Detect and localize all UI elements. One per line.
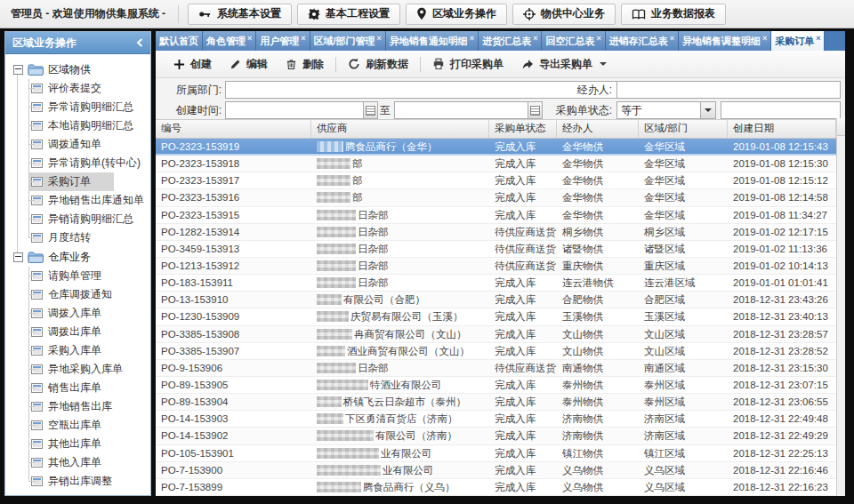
tab-close-icon[interactable]: × [670,34,674,43]
created-to-input[interactable] [395,102,528,118]
sidebar-item-异地销售出库通知单[interactable]: 异地销售出库通知单 [5,191,150,210]
table-row[interactable]: PO-2323-153916部完成入库金华物供金华区域2019-01-08 12… [156,189,845,206]
sidebar-item-inner: 采购订单 [29,172,114,191]
po-number-cell: PO-2323-153916 [156,189,311,205]
table-row[interactable]: PO-14-153903下区勇清百货店（济南）完成入库济南物供济南区域2018-… [156,411,845,428]
tree-group[interactable]: 仓库业务 [5,247,150,267]
calendar-icon[interactable] [363,102,377,118]
tab-异地销售通知明细[interactable]: 异地销售通知明细× [386,31,479,51]
tab-close-icon[interactable]: × [301,34,305,43]
table-row[interactable]: PO-3385-153907酒业商贸有限公司（文山）完成入库文山物供文山区域20… [156,343,845,360]
sidebar-item-采购入库单[interactable]: 采购入库单 [5,341,150,360]
tab-close-icon[interactable]: × [596,34,600,43]
redacted-text [317,227,356,237]
tab-close-icon[interactable]: × [247,34,252,43]
handler-input[interactable] [617,82,840,98]
sidebar-item-月度结转[interactable]: 月度结转 [5,228,150,247]
collapse-node-icon[interactable] [13,65,23,75]
sidebar-item-其他出库单[interactable]: 其他出库单 [5,435,150,453]
tab-close-icon[interactable]: × [762,34,767,43]
status-value-input[interactable] [721,102,840,118]
tab-异地销售调整明细[interactable]: 异地销售调整明细× [679,31,771,51]
collapse-sidebar-icon[interactable] [136,38,143,47]
sidebar-item-异常请购单(转中心)[interactable]: 异常请购单(转中心) [5,154,150,172]
sidebar-item-异地销售出库[interactable]: 异地销售出库 [5,397,150,416]
tab-采购订单[interactable]: 采购订单× [771,31,825,51]
table-row[interactable]: PO-105-153901业有限公司完成入库镇江物供镇江区域2018-12-31… [156,445,845,462]
chevron-down-icon[interactable] [700,102,715,118]
column-header-编号[interactable]: 编号 [156,120,311,138]
key-icon [198,10,212,19]
topnav-button[interactable]: 基本工程设置 [297,4,400,25]
sidebar-item-调拨入库单[interactable]: 调拨入库单 [5,304,150,323]
column-header-经办人[interactable]: 经办人 [557,120,639,138]
sidebar-item-其他入库单[interactable]: 其他入库单 [5,453,150,472]
sidebar-item-评价表提交[interactable]: 评价表提交 [5,79,150,98]
sidebar-item-采购订单[interactable]: 采购订单 [5,172,150,191]
tab-进销存汇总表[interactable]: 进销存汇总表× [606,31,679,51]
tab-区域/部门管理[interactable]: 区域/部门管理× [310,31,386,51]
column-header-创建日期[interactable]: 创建日期 [728,120,836,138]
table-row[interactable]: PO-2323-153915日杂部完成入库金华物供金华区域2019-01-08 … [156,207,845,224]
supplier-name: 特酒业有限公司 [370,377,442,393]
table-row[interactable]: PO-89-153904桥镇飞云日杂超市（泰州）完成入库泰州物供泰州区域2018… [156,394,845,411]
toolbar-button-删除[interactable]: 删除 [277,53,333,75]
tree-group[interactable]: 区域物供 [5,60,150,79]
table-row[interactable]: PO-2323-153918部完成入库金华物供金华区域2019-01-08 12… [156,156,845,172]
table-row[interactable]: PO-1213-153912日杂部待供应商送货重庆物供重庆区域2019-01-0… [156,258,845,275]
toolbar-button-导出采购单[interactable]: 导出采购单 [512,53,616,75]
table-row[interactable]: PO-13-153910有限公司（合肥）完成入库合肥物供合肥区域2018-12-… [156,292,845,308]
tab-默认首页[interactable]: 默认首页 [156,31,203,51]
sidebar-item-本地请购明细汇总[interactable]: 本地请购明细汇总 [5,116,150,135]
table-row[interactable]: PO-14-153902有限公司（济南）完成入库济南物供济南区域2018-12-… [156,428,845,444]
tab-回空汇总表[interactable]: 回空汇总表× [542,31,605,51]
table-row[interactable]: PO-3385-153908冉商贸有限公司（文山）完成入库文山物供文山区域201… [156,326,845,343]
table-row[interactable]: PO-183-153911日杂部完成入库连云港物供连云港区域2019-01-01… [156,275,845,292]
tab-角色管理[interactable]: 角色管理× [203,31,256,51]
redacted-text [317,141,343,152]
topnav-button[interactable]: 业务数据报表 [621,4,726,25]
sidebar-item-异销请购明细汇总[interactable]: 异销请购明细汇总 [5,210,150,228]
folder-icon [28,63,44,76]
table-row[interactable]: PO-7-153900业有限公司完成入库义乌物供义乌区域2018-12-31 2… [156,462,845,479]
sidebar-item-销售出库单[interactable]: 销售出库单 [5,379,150,397]
column-header-区域/部门[interactable]: 区域/部门 [639,120,728,138]
table-row[interactable]: PO-3459-153913日杂部待供应商送货诸暨物供诸暨区域2019-01-0… [156,241,845,258]
created-date-cell: 2019-01-08 12:15:43 [728,139,836,154]
sidebar-item-调拨出库单[interactable]: 调拨出库单 [5,323,150,341]
table-row[interactable]: PO-1230-153909庆贸易有限公司（玉溪）完成入库玉溪物供玉溪区域201… [156,308,845,325]
sidebar-item-调拨通知单[interactable]: 调拨通知单 [5,135,150,154]
toolbar-button-打印采购单[interactable]: 打印采购单 [423,53,512,75]
tab-进货汇总表[interactable]: 进货汇总表× [479,31,542,51]
vertical-scrollbar[interactable] [836,136,845,496]
column-header-供应商[interactable]: 供应商 [311,120,489,138]
sidebar-item-空瓶出库单[interactable]: 空瓶出库单 [5,416,150,435]
table-row[interactable]: PO-7-153899腾食品商行（义乌）完成入库义乌物供义乌区域2018-12-… [156,479,845,496]
tab-close-icon[interactable]: × [533,34,537,43]
table-row[interactable]: PO-2323-153917部完成入库金华物供金华区域2019-01-08 12… [156,172,845,189]
supplier-cell: 日杂部 [311,207,489,223]
sidebar-item-仓库调拨通知[interactable]: 仓库调拨通知 [5,285,150,304]
topnav-button[interactable]: 物供中心业务 [512,4,616,25]
sidebar-item-异地采购入库单[interactable]: 异地采购入库单 [5,360,150,379]
table-row[interactable]: PO-89-153905特酒业有限公司完成入库泰州物供泰州区域2018-12-3… [156,377,845,394]
created-from-input[interactable] [226,102,363,118]
sidebar-item-请购单管理[interactable]: 请购单管理 [5,267,150,285]
column-header-采购单状态[interactable]: 采购单状态 [489,120,557,138]
topnav-button[interactable]: 系统基本设置 [188,4,292,25]
status-op-select[interactable]: 等于 [616,101,716,119]
topnav-button[interactable]: 区域业务操作 [406,4,507,25]
toolbar-button-创建[interactable]: 创建 [165,53,221,75]
table-row[interactable]: PO-2323-153919腾食品商行（金华）完成入库金华物供金华区域2019-… [156,139,845,156]
tab-用户管理[interactable]: 用户管理× [256,31,310,51]
collapse-node-icon[interactable] [13,252,23,262]
sidebar-item-异常请购明细汇总[interactable]: 异常请购明细汇总 [5,98,150,116]
table-row[interactable]: PO-1282-153914日杂部待供应商送货桐乡物供桐乡区域2019-01-0… [156,224,845,241]
sidebar-item-异销出库调整[interactable]: 异销出库调整 [5,472,150,491]
tab-close-icon[interactable]: × [816,34,820,43]
tab-close-icon[interactable]: × [377,34,382,43]
tab-close-icon[interactable]: × [470,34,474,43]
toolbar-button-编辑[interactable]: 编辑 [221,53,277,75]
table-row[interactable]: PO-9-153906日杂部待供应商送货南通物供南通区域2018-12-31 2… [156,360,845,377]
toolbar-button-刷新数据[interactable]: 刷新数据 [339,53,417,75]
